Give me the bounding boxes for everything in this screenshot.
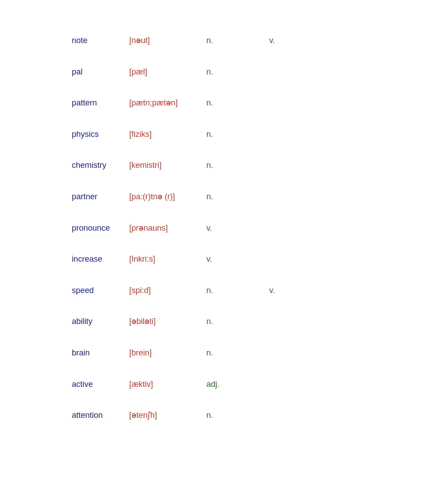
- pronunciation-text: [brein]: [129, 348, 201, 358]
- word-entry-physics: physics[fiziks]n.: [72, 130, 424, 140]
- word-entry-chemistry: chemistry[kemistri]n.: [72, 161, 424, 171]
- word-text: ability: [72, 317, 126, 327]
- word-text: attention: [72, 411, 126, 421]
- part-of-speech: n.: [206, 348, 233, 358]
- part-of-speech: v.: [206, 224, 233, 233]
- word-entry-pattern: pattern[pætn;pætən]n.: [72, 98, 424, 108]
- part-of-speech: n.: [206, 98, 233, 108]
- word-text: speed: [72, 286, 126, 296]
- part-of-speech: n.: [206, 36, 233, 46]
- word-text: chemistry: [72, 161, 126, 171]
- pronunciation-text: [æktiv]: [129, 380, 201, 390]
- pronunciation-text: [pa:(r)tnə (r)]: [129, 192, 201, 202]
- word-entry-attention: attention[ətenʃh]n.: [72, 411, 424, 421]
- pronunciation-text: [nəut]: [129, 36, 201, 46]
- part-of-speech: adj.: [206, 380, 233, 390]
- word-entry-pal: pal[pæl]n.: [72, 67, 424, 77]
- word-entry-active: active[æktiv]adj.: [72, 380, 424, 390]
- word-entry-pronounce: pronounce[prənauns]v.: [72, 224, 424, 233]
- word-text: active: [72, 380, 126, 390]
- part-of-speech: n.: [206, 411, 233, 421]
- entries-container: note[nəut]n.v.pal[pæl]n.pattern[pætn;pæt…: [72, 36, 424, 421]
- pronunciation-text: [əbiləti]: [129, 317, 201, 327]
- word-entry-increase: increase[Inkri:s]v.: [72, 254, 424, 264]
- word-text: pal: [72, 67, 126, 77]
- extra-part-of-speech: v.: [269, 286, 275, 296]
- part-of-speech: v.: [206, 254, 233, 264]
- word-entry-note: note[nəut]n.v.: [72, 36, 424, 46]
- word-entry-partner: partner[pa:(r)tnə (r)]n.: [72, 192, 424, 202]
- pronunciation-text: [kemistri]: [129, 161, 201, 171]
- extra-part-of-speech: v.: [269, 36, 275, 46]
- word-text: partner: [72, 192, 126, 202]
- part-of-speech: n.: [206, 161, 233, 171]
- word-text: pattern: [72, 98, 126, 108]
- pronunciation-text: [prənauns]: [129, 224, 201, 233]
- word-text: brain: [72, 348, 126, 358]
- word-text: note: [72, 36, 126, 46]
- part-of-speech: n.: [206, 130, 233, 140]
- pronunciation-text: [Inkri:s]: [129, 254, 201, 264]
- word-entry-ability: ability[əbiləti]n.: [72, 317, 424, 327]
- page: note[nəut]n.v.pal[pæl]n.pattern[pætn;pæt…: [0, 0, 424, 504]
- pronunciation-text: [pæl]: [129, 67, 201, 77]
- part-of-speech: n.: [206, 317, 233, 327]
- word-entry-brain: brain[brein]n.: [72, 348, 424, 358]
- part-of-speech: n.: [206, 286, 233, 296]
- word-text: physics: [72, 130, 126, 140]
- pronunciation-text: [pætn;pætən]: [129, 98, 201, 108]
- pronunciation-text: [ətenʃh]: [129, 411, 201, 421]
- part-of-speech: n.: [206, 67, 233, 77]
- pronunciation-text: [fiziks]: [129, 130, 201, 140]
- part-of-speech: n.: [206, 192, 233, 202]
- word-text: pronounce: [72, 224, 126, 233]
- word-entry-speed: speed[spi:d]n.v.: [72, 286, 424, 296]
- pronunciation-text: [spi:d]: [129, 286, 201, 296]
- word-text: increase: [72, 254, 126, 264]
